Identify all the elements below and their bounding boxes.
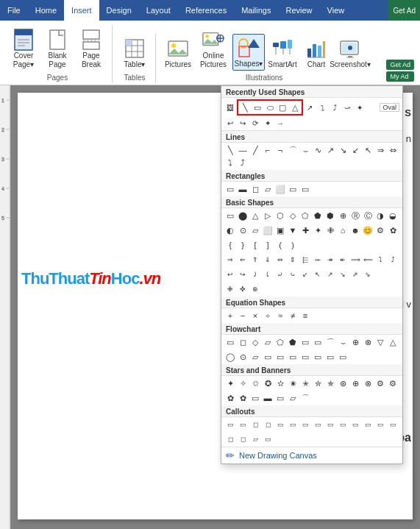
rect-6[interactable]: ▭	[287, 183, 299, 195]
bs-28[interactable]: ✿	[387, 224, 399, 236]
tab-home[interactable]: Home	[28, 0, 64, 21]
sb-18[interactable]: ▬	[262, 392, 274, 404]
ba-9[interactable]: ↠	[324, 254, 336, 266]
rect-4[interactable]: ▱	[262, 183, 274, 195]
shape-r2[interactable]: ↪	[237, 117, 249, 129]
ba-28[interactable]: ✜	[237, 283, 249, 295]
bs-30[interactable]: }	[237, 239, 249, 251]
bs-9[interactable]: ⬢	[324, 210, 336, 221]
co-18[interactable]: ▭	[262, 433, 274, 445]
bs-34[interactable]: )	[287, 239, 299, 251]
ba-11[interactable]: ⟹	[349, 254, 361, 266]
bs-13[interactable]: ◑	[374, 210, 386, 221]
co-14[interactable]: ▭	[387, 419, 399, 430]
shape-oval[interactable]: ⬭	[264, 102, 276, 113]
sb-13[interactable]: ⚙	[374, 377, 386, 389]
ba-27[interactable]: ✙	[224, 283, 236, 295]
ba-13[interactable]: ⤵	[374, 254, 386, 266]
fc-19[interactable]: ▭	[274, 351, 286, 363]
ad-get-label[interactable]: Get Ad	[393, 7, 416, 15]
btn-smartart[interactable]: SmartArt	[266, 35, 299, 71]
fc-2[interactable]: ◻	[237, 336, 249, 348]
btn-shapes[interactable]: Shapes▾	[232, 34, 265, 71]
ad-get-btn[interactable]: Get Ad	[386, 60, 414, 70]
co-10[interactable]: ▭	[337, 419, 349, 430]
ba-23[interactable]: ↗	[324, 269, 336, 280]
line-arr1[interactable]: ↗	[324, 144, 336, 156]
btn-cover-page[interactable]: CoverPage▾	[7, 26, 40, 71]
shape-arrow1[interactable]: ↗	[304, 102, 316, 113]
bs-29[interactable]: {	[224, 239, 236, 251]
tab-insert[interactable]: Insert	[64, 0, 99, 21]
fc-7[interactable]: ▭	[299, 336, 311, 348]
ba-17[interactable]: ⤸	[249, 269, 261, 280]
rect-3[interactable]: ◻	[249, 183, 261, 195]
sb-21[interactable]: ⌒	[299, 392, 311, 404]
bs-17[interactable]: ▱	[249, 224, 261, 236]
sb-10[interactable]: ⊛	[337, 377, 349, 389]
ba-25[interactable]: ⇗	[349, 269, 361, 280]
sb-17[interactable]: ▭	[249, 392, 261, 404]
ba-8[interactable]: ⬰	[312, 254, 324, 266]
fc-15[interactable]: ◯	[224, 351, 236, 363]
shape-line[interactable]: ╲	[239, 102, 251, 113]
line-squig[interactable]: ∿	[312, 144, 324, 156]
sb-1[interactable]: ✦	[224, 377, 236, 389]
shape-recent-img[interactable]: 🖼	[224, 102, 236, 113]
sb-9[interactable]: ✯	[324, 377, 336, 389]
line-diag2[interactable]: ╱	[249, 144, 261, 156]
bs-14[interactable]: ◒	[387, 210, 399, 221]
ba-19[interactable]: ⤾	[274, 269, 286, 280]
ad-myadd-btn[interactable]: My Ad	[386, 71, 414, 82]
ba-5[interactable]: ⇔	[274, 254, 286, 266]
btn-page-break[interactable]: PageBreak	[75, 26, 107, 71]
fc-17[interactable]: ▱	[249, 351, 261, 363]
shape-rect[interactable]: ▭	[252, 102, 263, 113]
sb-4[interactable]: ✪	[262, 377, 274, 389]
bs-15[interactable]: ◐	[224, 224, 236, 236]
sb-3[interactable]: ✩	[249, 377, 261, 389]
co-11[interactable]: ▭	[349, 419, 361, 430]
bs-31[interactable]: [	[249, 239, 261, 251]
line-straight[interactable]: ╲	[224, 144, 236, 156]
co-13[interactable]: ▭	[374, 419, 386, 430]
bs-21[interactable]: ✚	[299, 224, 311, 236]
fc-23[interactable]: ▭	[324, 351, 336, 363]
line-curve[interactable]: ⌒	[287, 144, 299, 156]
fc-12[interactable]: ⊗	[362, 336, 374, 348]
rect-5[interactable]: ⬜	[274, 183, 286, 195]
fc-14[interactable]: △	[387, 336, 399, 348]
shape-star1[interactable]: ✦	[354, 102, 366, 113]
ba-7[interactable]: ⬱	[299, 254, 311, 266]
ba-10[interactable]: ↞	[337, 254, 349, 266]
ba-24[interactable]: ↘	[337, 269, 349, 280]
bs-16[interactable]: ⊙	[237, 224, 249, 236]
bs-23[interactable]: ✙	[324, 224, 336, 236]
bs-19[interactable]: ▣	[274, 224, 286, 236]
bs-3[interactable]: △	[249, 210, 261, 221]
co-7[interactable]: ▭	[299, 419, 311, 430]
fc-4[interactable]: ▱	[262, 336, 274, 348]
fc-10[interactable]: ⌣	[337, 336, 349, 348]
line-curve2[interactable]: ⌣	[299, 144, 311, 156]
bs-25[interactable]: ☻	[349, 224, 361, 236]
fc-13[interactable]: ▽	[374, 336, 386, 348]
sb-6[interactable]: ✬	[287, 377, 299, 389]
shape-r4[interactable]: ✦	[262, 117, 274, 129]
fc-22[interactable]: ▭	[312, 351, 324, 363]
shape-rounded-rect[interactable]: ▢	[277, 102, 288, 113]
fc-11[interactable]: ⊕	[349, 336, 361, 348]
shape-arrow2[interactable]: ⤵	[316, 102, 328, 113]
fc-20[interactable]: ▭	[287, 351, 299, 363]
sb-11[interactable]: ⊕	[349, 377, 361, 389]
fc-8[interactable]: ▭	[312, 336, 324, 348]
line-arr8[interactable]: ⤴	[237, 157, 249, 168]
btn-pictures[interactable]: Pictures	[162, 35, 194, 71]
sb-19[interactable]: ▭	[274, 392, 286, 404]
btn-online-pictures[interactable]: OnlinePictures	[196, 26, 231, 71]
ba-15[interactable]: ↩	[224, 269, 236, 280]
tab-references[interactable]: References	[178, 0, 234, 21]
line-arr7[interactable]: ⤵	[224, 157, 236, 168]
ba-2[interactable]: ⇐	[237, 254, 249, 266]
co-15[interactable]: ◻	[224, 433, 236, 445]
